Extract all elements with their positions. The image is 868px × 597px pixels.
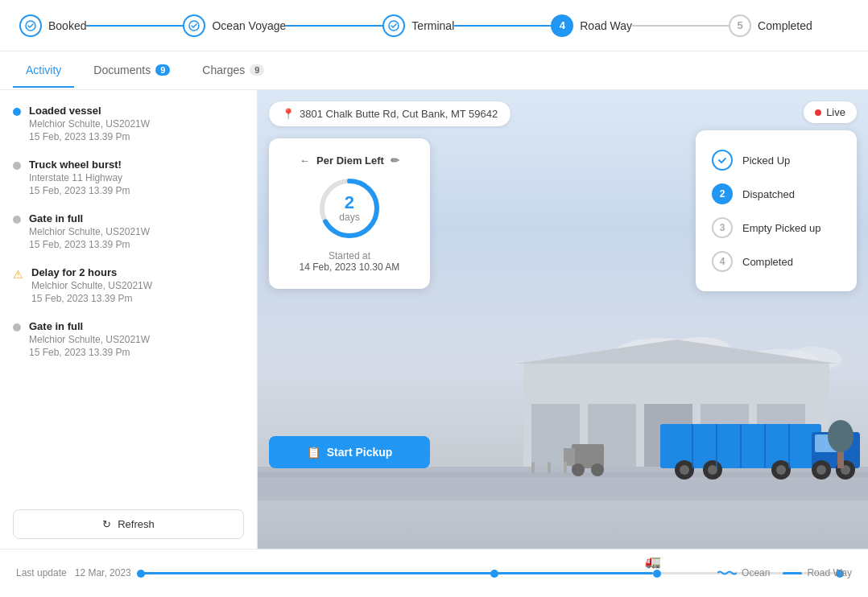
activity-dot-gray — [13, 216, 21, 224]
svg-rect-42 — [564, 462, 567, 473]
svg-point-39 — [828, 420, 854, 452]
list-item: ⚠ Delay for 2 hours Melchior Schulte, US… — [0, 258, 257, 312]
legend-item-ocean: Ocean — [717, 549, 770, 597]
step-label-booked: Booked — [48, 19, 86, 32]
step-ocean-voyage: Ocean Voyage — [183, 14, 286, 37]
tab-documents-badge: 9 — [155, 64, 170, 76]
step-circle-ocean — [183, 14, 205, 37]
step-line-4 — [632, 25, 729, 27]
live-badge: Live — [804, 101, 857, 123]
legend-line-roadway — [783, 572, 802, 574]
tab-charges-label: Charges — [202, 64, 245, 76]
step-circle-roadway: 4 — [551, 14, 573, 37]
tab-documents[interactable]: Documents 9 — [81, 54, 183, 88]
activity-title: Loaded vessel — [29, 105, 244, 117]
status-circle-picked-up — [712, 150, 733, 171]
step-label-roadway: Road Way — [580, 19, 632, 32]
list-item: Gate in full Melchior Schulte, US2021W 1… — [0, 312, 257, 366]
per-diem-card: ← Per Diem Left ✏ 2 days Started at 14 F… — [269, 138, 430, 289]
svg-rect-40 — [531, 462, 535, 473]
per-diem-circle: 2 days — [317, 176, 382, 241]
tab-activity[interactable]: Activity — [13, 54, 74, 88]
start-pickup-button[interactable]: 📋 Start Pickup — [269, 436, 430, 468]
status-label-picked-up: Picked Up — [742, 154, 790, 167]
activity-sub1: Interstate 11 Highway — [29, 172, 244, 183]
tab-documents-label: Documents — [93, 64, 151, 76]
step-label-terminal: Terminal — [411, 19, 454, 32]
stepper: Booked Ocean Voyage Terminal 4 Road Way … — [0, 0, 868, 51]
warehouse-scene — [258, 323, 868, 500]
tab-activity-label: Activity — [26, 64, 61, 76]
activity-content: Gate in full Melchior Schulte, US2021W 1… — [29, 212, 244, 250]
step-circle-completed: 5 — [729, 14, 751, 37]
status-item-empty-picked-up: 3 Empty Picked up — [712, 211, 841, 245]
status-item-dispatched: 2 Dispatched — [712, 177, 841, 211]
activity-sub2: 15 Feb, 2023 13.39 Pm — [29, 131, 244, 142]
activity-title: Truck wheel burst! — [29, 159, 244, 171]
activity-sub2: 15 Feb, 2023 13.39 Pm — [31, 293, 244, 304]
refresh-button[interactable]: ↻ Refresh — [13, 509, 244, 539]
live-dot — [815, 109, 821, 116]
activity-content: Loaded vessel Melchior Schulte, US2021W … — [29, 105, 244, 142]
per-diem-started-label: Started at — [285, 250, 414, 261]
activity-sub2: 15 Feb, 2023 13.39 Pm — [29, 185, 244, 196]
activity-dot-gray — [13, 323, 21, 331]
legend-item-roadway: Road Way — [783, 549, 852, 597]
activity-dot-gray — [13, 162, 21, 170]
activity-sub1: Melchior Schulte, US2021W — [31, 280, 244, 291]
status-label-dispatched: Dispatched — [742, 188, 795, 200]
step-line-1 — [86, 25, 183, 27]
status-item-picked-up: Picked Up — [712, 143, 841, 177]
legend-label-ocean: Ocean — [742, 549, 770, 597]
status-item-completed: 4 Completed — [712, 245, 841, 278]
activity-sub2: 15 Feb, 2023 13.39 Pm — [29, 239, 244, 250]
status-label-empty: Empty Picked up — [742, 222, 821, 234]
status-num-empty: 3 — [720, 222, 725, 233]
step-circle-terminal — [382, 14, 405, 37]
right-panel: 📍 3801 Chalk Butte Rd, Cut Bank, MT 5964… — [258, 90, 868, 549]
activity-dot-blue — [13, 108, 21, 116]
main-content: Loaded vessel Melchior Schulte, US2021W … — [0, 90, 868, 549]
edit-icon[interactable]: ✏ — [391, 154, 399, 167]
tab-charges[interactable]: Charges 9 — [189, 54, 277, 88]
svg-point-26 — [708, 465, 717, 475]
activity-content: Gate in full Melchior Schulte, US2021W 1… — [29, 320, 244, 358]
activity-sub1: Melchior Schulte, US2021W — [29, 226, 244, 237]
step-booked: Booked — [19, 14, 86, 37]
step-line-2 — [286, 25, 382, 27]
bottom-bar: Last update 12 Mar, 2023 🚛 Ocean Road Wa… — [0, 549, 868, 597]
list-item: Loaded vessel Melchior Schulte, US2021W … — [0, 97, 257, 150]
activity-content: Truck wheel burst! Interstate 11 Highway… — [29, 159, 244, 196]
step-label-ocean: Ocean Voyage — [212, 19, 286, 32]
list-item: Gate in full Melchior Schulte, US2021W 1… — [0, 204, 257, 258]
refresh-label: Refresh — [118, 518, 155, 530]
step-completed: 5 Completed — [729, 14, 812, 37]
status-circle-dispatched: 2 — [712, 183, 733, 204]
status-num-completed: 4 — [720, 256, 725, 267]
arrow-left-icon: ← — [300, 154, 310, 167]
step-circle-booked — [19, 14, 42, 37]
status-circle-empty: 3 — [712, 217, 733, 238]
per-diem-title: Per Diem Left — [316, 154, 384, 167]
legend-label-roadway: Road Way — [807, 549, 852, 597]
location-icon: 📍 — [282, 108, 295, 120]
svg-rect-41 — [548, 462, 551, 473]
left-panel: Loaded vessel Melchior Schulte, US2021W … — [0, 90, 258, 549]
activity-title: Gate in full — [29, 212, 244, 224]
step-road-way: 4 Road Way — [551, 14, 632, 37]
status-num-dispatched: 2 — [720, 188, 725, 200]
svg-point-24 — [680, 465, 689, 475]
status-label-completed-status: Completed — [742, 256, 793, 268]
refresh-icon: ↻ — [102, 518, 111, 530]
live-label: Live — [826, 106, 845, 118]
step-terminal: Terminal — [382, 14, 454, 37]
activity-sub2: 15 Feb, 2023 13.39 Pm — [29, 347, 244, 358]
timeline-dot-current — [653, 570, 661, 578]
tabs-bar: Activity Documents 9 Charges 9 — [0, 51, 868, 90]
timeline-truck-icon: 🚛 — [645, 554, 661, 569]
activity-sub1: Melchior Schulte, US2021W — [29, 118, 244, 130]
step-line-3 — [454, 25, 551, 27]
pickup-icon: 📋 — [307, 446, 320, 459]
activity-content: Delay for 2 hours Melchior Schulte, US20… — [31, 266, 244, 304]
timeline-dot-start — [137, 570, 145, 578]
